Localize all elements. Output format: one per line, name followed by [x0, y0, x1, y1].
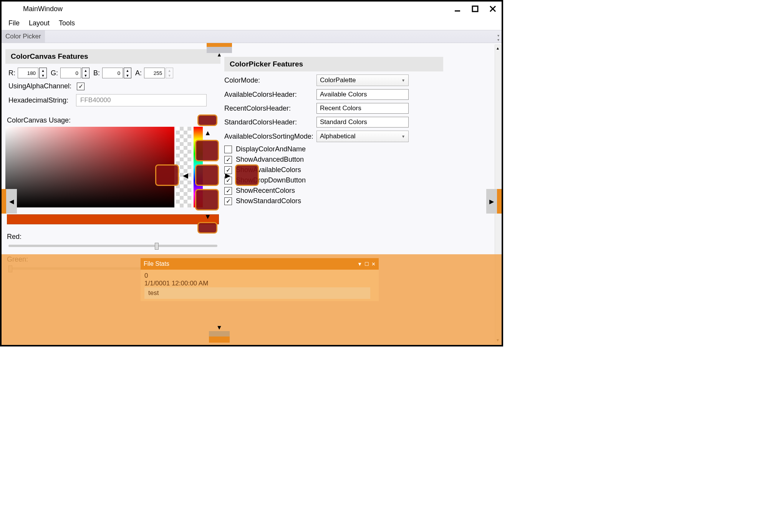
label-a: A: — [135, 69, 142, 77]
dock-compass[interactable]: ▲ ◀ ▶ ▼ — [155, 114, 274, 214]
alpha-row: UsingAlphaChannel: — [8, 82, 220, 90]
menu-file[interactable]: File — [4, 18, 24, 29]
slider-red[interactable] — [8, 245, 217, 247]
svg-rect-1 — [472, 6, 478, 12]
dock-compass-lower[interactable] — [195, 189, 219, 210]
select-sortmode-value: Alphabetical — [320, 133, 356, 140]
filestats-line1: 0 — [144, 272, 375, 280]
tab-strip: Color Picker ▾▾ — [2, 30, 502, 43]
scroll-up-icon[interactable]: ▲ — [495, 45, 500, 51]
dock-compass-right[interactable] — [235, 164, 259, 186]
chevron-down-icon: ▼ — [209, 324, 230, 331]
hex-row: HexadecimalString: — [8, 94, 220, 106]
input-availheader[interactable] — [316, 89, 409, 100]
lbl-recentheader: RecentColorsHeader: — [224, 104, 316, 113]
chevron-up-icon: ▲ — [217, 51, 222, 58]
spinner-g[interactable]: ▲▼ — [82, 68, 89, 78]
checkbox-alpha[interactable] — [77, 83, 84, 90]
tabstrip-overflow-icon[interactable]: ▾▾ — [497, 33, 499, 42]
filestats-line2: 1/1/0001 12:00:00 AM — [144, 280, 375, 287]
selected-color-bar — [7, 214, 219, 224]
label-hex: HexadecimalString: — [8, 96, 68, 104]
filestats-titlebar[interactable]: File Stats ▼ ☐ ✕ — [141, 258, 379, 270]
dock-compass-upper[interactable] — [195, 140, 219, 161]
label-b: B: — [93, 69, 100, 77]
close-button[interactable] — [484, 2, 502, 16]
dock-hint-bottom[interactable]: ▼ — [209, 324, 230, 343]
chevron-down-icon: ▼ — [204, 213, 211, 221]
chevron-up-icon: ▲ — [204, 129, 211, 137]
spinner-a[interactable]: ▲▼ — [166, 68, 173, 78]
menubar: File Layout Tools — [2, 16, 502, 30]
filestats-title: File Stats — [144, 260, 169, 267]
minimize-button[interactable] — [449, 2, 466, 16]
lbl-colormode: ColorMode: — [224, 76, 316, 85]
menu-tools[interactable]: Tools — [54, 18, 80, 29]
dock-compass-top-slot[interactable] — [197, 114, 217, 126]
svg-rect-0 — [455, 10, 460, 12]
label-r: R: — [8, 69, 15, 77]
select-colormode-value: ColorPalette — [320, 76, 356, 84]
lbl-availheader: AvailableColorsHeader: — [224, 91, 316, 99]
input-recentheader[interactable] — [316, 103, 409, 114]
content-area: ▲ ▼ ColorCanvas Features R: ▲▼ G: ▲▼ B: … — [2, 43, 502, 345]
select-sortmode[interactable]: Alphabetical — [316, 131, 409, 142]
colorcanvas-title: ColorCanvas Features — [5, 49, 220, 64]
label-g: G: — [51, 69, 58, 77]
pin-icon[interactable]: ▼ — [357, 261, 362, 267]
label-red-slider: Red: — [7, 233, 220, 241]
input-a[interactable] — [144, 68, 165, 78]
rgba-row: R: ▲▼ G: ▲▼ B: ▲▼ A: ▲▼ — [8, 68, 220, 78]
input-g[interactable] — [60, 68, 81, 78]
window-title: MainWindow — [23, 5, 63, 13]
filestats-input[interactable] — [144, 287, 370, 299]
dock-hint-left[interactable]: ◀ — [2, 189, 17, 214]
input-b[interactable] — [102, 68, 123, 78]
input-standardheader[interactable] — [316, 117, 409, 128]
dock-hint-top[interactable]: ▲ — [207, 43, 232, 60]
dock-compass-left[interactable] — [155, 164, 179, 186]
dock-compass-bottom-slot[interactable] — [197, 222, 217, 234]
colorpicker-title: ColorPicker Features — [224, 57, 443, 71]
chevron-right-icon: ▶ — [489, 198, 494, 205]
select-colormode[interactable]: ColorPalette — [316, 75, 409, 86]
dock-hint-right[interactable]: ▶ — [486, 189, 502, 214]
maximize-icon[interactable]: ☐ — [364, 261, 369, 267]
chevron-left-icon: ◀ — [183, 171, 188, 180]
color-canvas[interactable] — [5, 127, 174, 207]
maximize-button[interactable] — [466, 2, 484, 16]
chevron-left-icon: ◀ — [9, 198, 14, 205]
app-window: MainWindow File Layout Tools Color Picke… — [0, 0, 503, 346]
close-icon[interactable]: ✕ — [371, 261, 376, 267]
input-r[interactable] — [18, 68, 38, 78]
input-hex[interactable] — [76, 94, 207, 106]
spinner-r[interactable]: ▲▼ — [39, 68, 47, 78]
menu-layout[interactable]: Layout — [24, 18, 54, 29]
spinner-b[interactable]: ▲▼ — [124, 68, 131, 78]
label-alpha: UsingAlphaChannel: — [8, 82, 71, 90]
filestats-body: 0 1/1/0001 12:00:00 AM — [141, 270, 379, 301]
filestats-panel[interactable]: File Stats ▼ ☐ ✕ 0 1/1/0001 12:00:00 AM — [141, 258, 379, 301]
dock-compass-center[interactable] — [195, 164, 219, 186]
tab-color-picker[interactable]: Color Picker — [2, 30, 45, 43]
chevron-right-icon: ▶ — [225, 171, 230, 180]
titlebar: MainWindow — [2, 2, 502, 16]
